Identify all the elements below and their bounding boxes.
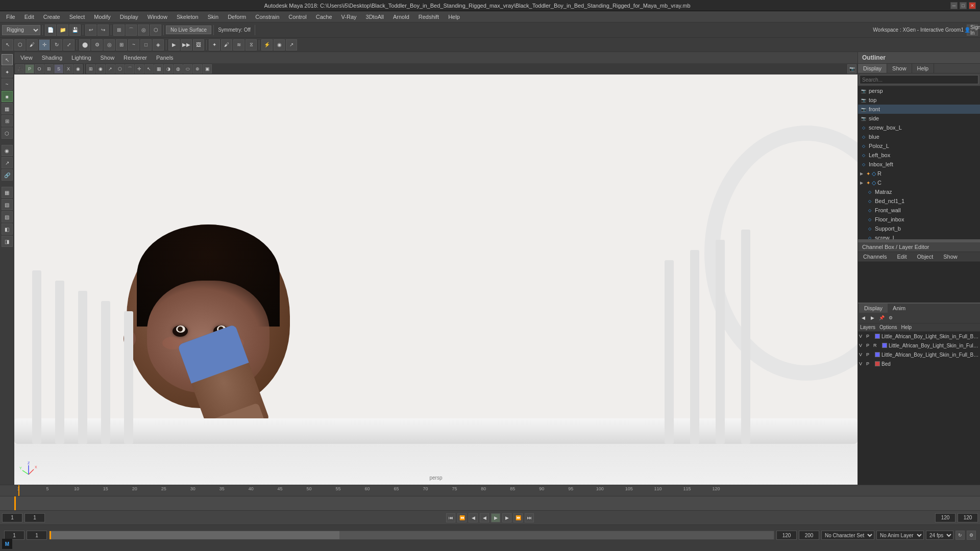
menu-redshift[interactable]: Redshift xyxy=(414,13,443,21)
select-mode-btn[interactable]: ↖ xyxy=(2,54,13,65)
prev-frame-btn[interactable]: ◀ xyxy=(469,513,478,522)
view-cube-btn[interactable]: ⬡ xyxy=(2,128,13,139)
outliner-item-persp[interactable]: 📷 persp xyxy=(858,86,980,95)
vp-gate-btn[interactable]: ▣ xyxy=(203,64,212,73)
vp-renderer-menu[interactable]: Renderer xyxy=(119,54,151,62)
layer3-btn[interactable]: ▨ xyxy=(2,211,13,222)
outliner-item-supportb[interactable]: ◇ Support_b xyxy=(858,224,980,233)
snap-pts-btn[interactable]: ◎ xyxy=(104,39,115,51)
snap-curve-btn[interactable]: ⌒ xyxy=(126,24,137,36)
menu-skeleton[interactable]: Skeleton xyxy=(173,13,203,21)
outliner-item-matraz[interactable]: ◇ Matraz xyxy=(858,187,980,196)
vp-view-menu[interactable]: View xyxy=(16,54,37,62)
cloth-btn[interactable]: ⧖ xyxy=(246,39,257,51)
lasso-tool-btn[interactable]: ⬡ xyxy=(14,39,26,51)
layer-row-4[interactable]: V P Bed xyxy=(858,359,980,368)
layer5-btn[interactable]: ◨ xyxy=(2,236,13,247)
sim-btn[interactable]: ≋ xyxy=(233,39,244,51)
menu-edit[interactable]: Edit xyxy=(20,13,38,21)
layers-tab[interactable]: Layers xyxy=(860,324,875,330)
show-render-btn[interactable]: 🖼 xyxy=(193,39,204,51)
loop-btn[interactable]: ↻ xyxy=(955,531,965,540)
outliner-item-inboxleft[interactable]: ◇ Inbox_left xyxy=(858,160,980,169)
snap-grid-btn[interactable]: ⊞ xyxy=(113,24,125,36)
vp-tex-btn[interactable]: ▦ xyxy=(154,64,163,73)
ipr-btn[interactable]: ▶▶ xyxy=(181,39,192,51)
layer-row-2[interactable]: V P R Little_African_Boy_Light_Skin_in_F… xyxy=(858,341,980,350)
menu-vray[interactable]: V-Ray xyxy=(337,13,361,21)
outliner-display-tab[interactable]: Display xyxy=(858,64,887,73)
snap-point-btn[interactable]: ◎ xyxy=(138,24,149,36)
outliner-item-poloz[interactable]: ◇ Poloz_L xyxy=(858,141,980,151)
layers-options-tab[interactable]: Options xyxy=(879,324,897,330)
menu-deform[interactable]: Deform xyxy=(224,13,250,21)
vp-show-menu[interactable]: Show xyxy=(96,54,119,62)
ik-tool-btn[interactable]: ↗ xyxy=(2,157,13,168)
vp-grid-btn[interactable]: ⊞ xyxy=(86,64,95,73)
vp-manip-btn[interactable]: ✛ xyxy=(135,64,144,73)
vp-snapshot-btn[interactable]: 📷 xyxy=(847,64,856,73)
outliner-item-frontwall[interactable]: ◇ Front_wall xyxy=(858,206,980,215)
cb-object-tab[interactable]: Object xyxy=(914,252,936,261)
layer-options-btn[interactable]: ⚙ xyxy=(887,314,895,322)
mode-select[interactable]: Rigging Animation Modeling xyxy=(2,25,40,35)
ik-btn[interactable]: ↗ xyxy=(286,39,297,51)
outliner-item-R[interactable]: ▶ ✦ ◇ R xyxy=(858,169,980,178)
range-current-input[interactable] xyxy=(27,531,47,540)
start-frame-input[interactable] xyxy=(2,513,22,522)
menu-control[interactable]: Control xyxy=(284,13,310,21)
move-tool-btn[interactable]: ✛ xyxy=(39,39,50,51)
next-key-btn[interactable]: ⏩ xyxy=(513,513,523,522)
vp-smooth2-btn[interactable]: ⌒ xyxy=(125,64,134,73)
xgen-btn[interactable]: ✦ xyxy=(209,39,220,51)
select-tool-btn[interactable]: ↖ xyxy=(2,39,13,51)
vp-isolate-btn[interactable]: ◉ xyxy=(74,64,83,73)
paint-btn[interactable]: 🖌 xyxy=(221,39,232,51)
layer4-btn[interactable]: ◧ xyxy=(2,223,13,235)
fps-select[interactable]: 24 fps 30 fps 60 fps xyxy=(926,531,953,540)
vp-shad-btn[interactable]: ◑ xyxy=(164,64,173,73)
vp-cam-btn[interactable]: 🎥 xyxy=(15,64,24,73)
save-btn[interactable]: 💾 xyxy=(69,24,81,36)
menu-display[interactable]: Display xyxy=(116,13,142,21)
menu-file[interactable]: File xyxy=(2,13,19,21)
vp-smooth-btn[interactable]: S xyxy=(54,64,63,73)
outliner-item-top[interactable]: 📷 top xyxy=(858,95,980,105)
show-manip-btn[interactable]: ⚙ xyxy=(91,39,103,51)
animation-range-bar[interactable] xyxy=(49,531,774,540)
anim-tab[interactable]: Anim xyxy=(888,304,911,313)
outliner-search-input[interactable] xyxy=(860,75,978,84)
paint-weights-btn[interactable]: ✦ xyxy=(2,66,13,78)
rig-btn[interactable]: ⚡ xyxy=(261,39,273,51)
outliner-item-floorinbox[interactable]: ◇ Floor_inbox xyxy=(858,215,980,224)
menu-help[interactable]: Help xyxy=(444,13,464,21)
outliner-item-C[interactable]: ▶ ✦ ◇ C xyxy=(858,178,980,187)
joint-tool-btn[interactable]: ◉ xyxy=(2,145,13,156)
timeline-track[interactable] xyxy=(0,496,980,511)
layers-help-tab[interactable]: Help xyxy=(901,324,912,330)
create-hair-btn[interactable]: ~ xyxy=(2,79,13,90)
vp-sel-btn[interactable]: ↖ xyxy=(144,64,154,73)
current-frame-input[interactable] xyxy=(24,513,45,522)
close-button[interactable]: ✕ xyxy=(969,2,976,9)
undo-btn[interactable]: ↩ xyxy=(85,24,96,36)
play-fwd-btn[interactable]: ▶ xyxy=(491,513,500,522)
redo-btn[interactable]: ↪ xyxy=(97,24,109,36)
layer2-btn[interactable]: ▧ xyxy=(2,199,13,210)
current-time-indicator[interactable] xyxy=(18,485,19,496)
vp-joint-btn[interactable]: ◉ xyxy=(96,64,105,73)
no-live-surface-btn[interactable]: No Live Surface xyxy=(166,26,211,34)
menu-cache[interactable]: Cache xyxy=(312,13,336,21)
snap-surface-btn[interactable]: ⬡ xyxy=(150,24,161,36)
snap-curve-btn2[interactable]: ~ xyxy=(128,39,139,51)
vp-panels-menu[interactable]: Panels xyxy=(152,54,178,62)
soft-sel-btn[interactable]: ⬤ xyxy=(79,39,90,51)
menu-skin[interactable]: Skin xyxy=(204,13,223,21)
outliner-item-bed[interactable]: ◇ Bed_ncl1_1 xyxy=(858,196,980,206)
outliner-item-screwbox[interactable]: ◇ screw_box_L xyxy=(858,123,980,132)
snap-view-btn[interactable]: □ xyxy=(140,39,152,51)
viewport-canvas[interactable]: persp X Y Z xyxy=(14,74,857,485)
window-controls[interactable]: ─ □ ✕ xyxy=(950,2,976,9)
menu-arnold[interactable]: Arnold xyxy=(389,13,413,21)
snap-live-btn[interactable]: ◈ xyxy=(153,39,164,51)
